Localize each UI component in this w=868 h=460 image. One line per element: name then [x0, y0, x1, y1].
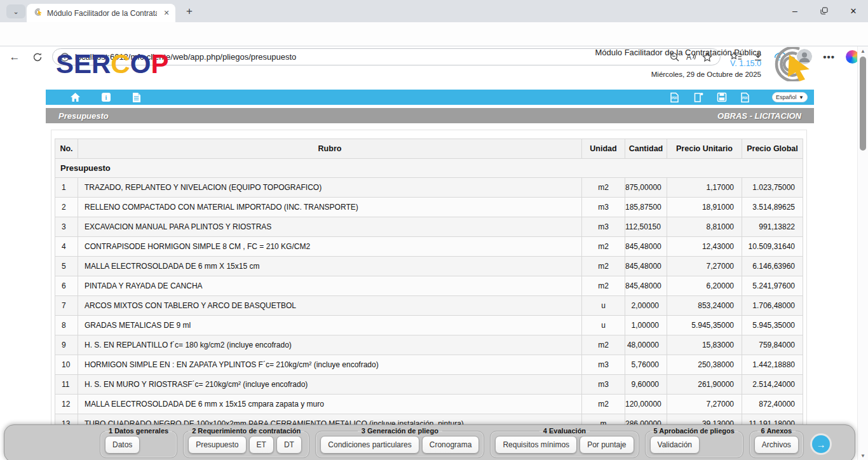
table-cell: 120,00000	[625, 395, 667, 414]
language-select[interactable]: Español ▼	[772, 92, 808, 102]
section-bar: Presupuesto OBRAS - LICITACION	[46, 108, 814, 123]
nav-group-label: 5 Aprobación de pliegos	[650, 427, 738, 435]
nav-button-archivos[interactable]: Archivos	[754, 436, 799, 454]
scroll-up-icon[interactable]: ▲	[858, 46, 868, 55]
table-cell: 8	[55, 316, 78, 335]
table-cell: 12	[55, 395, 78, 414]
table-header: No. Rubro Unidad Cantidad Precio Unitari…	[55, 139, 803, 159]
table-cell: PINTADA Y RAYADA DE CANCHA	[78, 276, 582, 296]
col-no: No.	[55, 139, 78, 159]
table-cell: 845,48000	[625, 237, 667, 257]
table-cell: 3.514,89625	[742, 198, 803, 217]
tab-favicon	[32, 7, 43, 20]
refresh-button[interactable]	[31, 50, 44, 64]
mfc-logo	[761, 47, 812, 84]
table-cell: 845,48000	[625, 276, 667, 296]
table-row: 3EXCAVACION MANUAL PARA PLINTOS Y RIOSTR…	[55, 217, 803, 237]
table-cell: HORMIGON SIMPLE EN : EN ZAPATA YPLINTOS …	[78, 355, 582, 375]
scroll-thumb[interactable]	[860, 57, 866, 151]
table-cell: 250,38000	[667, 355, 742, 375]
table-row: 1TRAZADO, REPLANTEO Y NIVELACION (EQUIPO…	[55, 178, 803, 198]
browser-toolbar: ← localhost:6012/mfc-cliente/web/app.php…	[0, 22, 868, 46]
table-cell: RELLENO COMPACTADO CON MATERIAL IMPORTAD…	[78, 198, 582, 217]
svg-text:PDF: PDF	[742, 97, 748, 100]
info-icon[interactable]: i	[100, 92, 111, 103]
minimize-button[interactable]: –	[780, 0, 810, 22]
table-cell: 5.945,35000	[667, 316, 742, 335]
app-meta: Módulo Facilitador de la Contratación Pú…	[431, 48, 761, 78]
table-cell: 7,27000	[667, 395, 742, 414]
budget-table: Presupuesto No. Rubro Unidad Cantidad Pr…	[55, 139, 803, 434]
table-cell: m2	[582, 335, 625, 355]
nav-button-datos[interactable]: Datos	[105, 436, 140, 454]
nav-button-condiciones-particulares[interactable]: Condiciones particulares	[320, 436, 419, 454]
sercop-logo: SERCOP	[56, 51, 168, 78]
nav-button-presupuesto[interactable]: Presupuesto	[188, 436, 246, 454]
table-row: 12MALLA ELECTROSOLDADA DE 6 mm x 15x15 c…	[55, 395, 803, 414]
table-cell: 2.514,24000	[742, 375, 803, 395]
nav-button-dt[interactable]: DT	[276, 436, 302, 454]
table-cell: 759,84000	[742, 335, 803, 355]
nav-group: 2 Requerimiento de contrataciónPresupues…	[183, 427, 309, 458]
table-cell: m3	[582, 355, 625, 375]
table-cell: 10	[55, 355, 78, 375]
nav-group: 6 AnexosArchivos	[749, 427, 804, 458]
table-row: 9H. S. EN REPLANTILLO f´c= 180 kg/cm2 (i…	[55, 335, 803, 355]
nav-group: 5 Aprobación de pliegosValidación	[645, 427, 743, 458]
nav-button-et[interactable]: ET	[249, 436, 274, 454]
nav-group-label: 1 Datos generales	[105, 427, 172, 435]
nav-button-validaci-n[interactable]: Validación	[650, 436, 700, 454]
bottom-nav: 1 Datos generalesDatos2 Requerimiento de…	[4, 424, 855, 460]
table-cell: 6,20000	[667, 276, 742, 296]
restore-button[interactable]	[810, 0, 839, 22]
pdf-export-icon[interactable]: PDF	[669, 92, 680, 103]
nav-button-cronograma[interactable]: Cronograma	[422, 436, 480, 454]
section-context: OBRAS - LICITACION	[717, 111, 801, 121]
table-cell: 2	[55, 198, 78, 217]
table-cell: 48,00000	[625, 335, 667, 355]
browser-tab[interactable]: Módulo Facilitador de la Contrata ✕	[27, 4, 175, 22]
back-button[interactable]: ←	[8, 50, 22, 64]
nav-group: 4 EvaluaciónRequisitos mínimosPor puntaj…	[490, 427, 639, 458]
table-row: 10HORMIGON SIMPLE EN : EN ZAPATA YPLINTO…	[55, 355, 803, 375]
tab-search-chevron-icon[interactable]: ⌄	[6, 4, 25, 18]
table-cell: 875,00000	[625, 178, 667, 198]
pdf-export-icon-2[interactable]: PDF	[740, 92, 750, 103]
table-cell: 4	[55, 237, 78, 257]
bottom-nav-groups: 1 Datos generalesDatos2 Requerimiento de…	[100, 427, 804, 458]
home-icon[interactable]	[70, 92, 81, 103]
nav-button-requisitos-m-nimos[interactable]: Requisitos mínimos	[495, 436, 577, 454]
nav-button-por-puntaje[interactable]: Por puntaje	[580, 436, 634, 454]
table-cell: m3	[582, 217, 625, 237]
scroll-down-icon[interactable]: ▼	[858, 451, 868, 460]
table-title: Presupuesto	[55, 159, 803, 178]
table-cell: m2	[582, 276, 625, 296]
save-icon[interactable]	[716, 92, 727, 103]
table-cell: 7	[55, 296, 78, 316]
close-button[interactable]: ✕	[839, 0, 868, 22]
table-cell: m2	[582, 257, 625, 276]
scrollbar[interactable]: ▲ ▼	[857, 46, 868, 460]
table-cell: 845,48000	[625, 257, 667, 276]
table-cell: EXCAVACION MANUAL PARA PLINTOS Y RIOSTRA…	[78, 217, 582, 237]
table-cell: 7,27000	[667, 257, 742, 276]
nav-group: 3 Generación de pliegoCondiciones partic…	[315, 427, 484, 458]
table-cell: 9,60000	[625, 375, 667, 395]
clipboard-icon[interactable]	[693, 92, 703, 103]
table-row: 4CONTRAPISODE HORMIGON SIMPLE 8 CM , FC …	[55, 237, 803, 257]
table-cell: 261,90000	[667, 375, 742, 395]
col-unidad: Unidad	[582, 139, 625, 159]
table-cell: 991,13822	[742, 217, 803, 237]
new-tab-button[interactable]: +	[183, 5, 196, 18]
settings-menu-icon[interactable]: •••	[823, 51, 835, 62]
table-cell: 6	[55, 276, 78, 296]
table-cell: TRAZADO, REPLANTEO Y NIVELACION (EQUIPO …	[78, 178, 582, 198]
tab-close-icon[interactable]: ✕	[161, 8, 172, 18]
table-cell: 6.146,63960	[742, 257, 803, 276]
document-icon[interactable]	[131, 92, 142, 103]
chevron-down-icon: ▼	[799, 95, 804, 100]
table-cell: 5	[55, 257, 78, 276]
table-cell: 5,76000	[625, 355, 667, 375]
next-step-button[interactable]: →	[812, 435, 830, 453]
table-cell: GRADAS METALICAS DE 9 ml	[78, 316, 582, 335]
